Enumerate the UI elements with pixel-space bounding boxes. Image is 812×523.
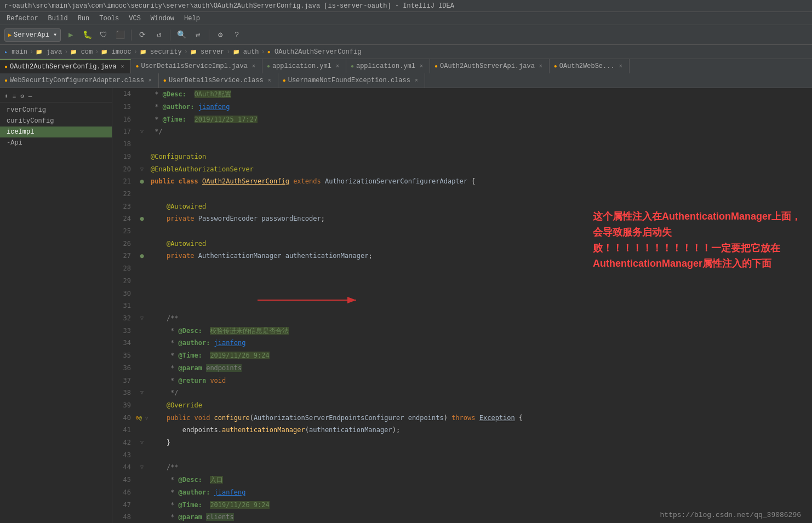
sidebar-nav-close[interactable]: — <box>28 93 32 100</box>
sidebar-nav-gear[interactable]: ⚙ <box>20 93 24 100</box>
replace-button[interactable]: ⇄ <box>191 28 204 42</box>
annotation-text: 这个属性注入在AuthenticationManager上面， 会导致服务启动失… <box>593 209 801 272</box>
gutter-special-40[interactable]: ⊙@ ▽ <box>135 411 148 424</box>
code-line-17: 17 ▽ */ <box>112 125 812 138</box>
sidebar-item-api[interactable]: -Api <box>0 137 112 148</box>
update-button[interactable]: ⟳ <box>136 28 149 42</box>
tab-userdetailsservice[interactable]: ● UserDetailsService.class × <box>159 73 278 88</box>
code-line-41: 41 endpoints.authenticationManager(authe… <box>112 424 812 436</box>
code-line-20: 20 ▽ @EnableAuthorizationServer <box>112 163 812 175</box>
run-config-dropdown[interactable]: ▶ ServerApi ▾ <box>4 28 61 42</box>
toolbar-separator-1 <box>131 30 131 41</box>
stop-button[interactable]: ⬛ <box>113 28 127 42</box>
fold-btn-42[interactable]: ▽ <box>135 436 148 449</box>
tab-oauth2websec[interactable]: ● OAuth2WebSe... × <box>550 59 630 73</box>
bc-security[interactable]: 📁 security <box>140 48 182 56</box>
tabs-row: ● OAuth2AuthServerConfig.java × ● UserDe… <box>0 59 812 88</box>
tab-websecurityconfigureadapter[interactable]: ● WebSecurityConfigurerAdapter.class × <box>0 73 159 88</box>
tab-oauth2authserverapi[interactable]: ● OAuth2AuthServerApi.java × <box>430 59 550 73</box>
code-line-42: 42 ▽ } <box>112 436 812 449</box>
menu-help[interactable]: Help <box>180 14 204 24</box>
code-line-47: 47 * @Time: 2019/11/26 9:24 <box>112 498 812 511</box>
menu-build[interactable]: Build <box>44 14 72 24</box>
sidebar-nav-settings[interactable]: ≡ <box>13 93 16 100</box>
fold-btn-32[interactable]: ▽ <box>135 312 148 325</box>
code-line-31: 31 <box>112 300 812 312</box>
fold-btn-17[interactable]: ▽ <box>135 125 148 138</box>
code-line-32: 32 ▽ /** <box>112 312 812 325</box>
code-line-21: 21 ● public class OAuth2AuthServerConfig… <box>112 175 812 188</box>
sidebar-nav-up[interactable]: ⬆ <box>4 93 8 100</box>
run-button[interactable]: ▶ <box>64 28 77 42</box>
find-button[interactable]: 🔍 <box>175 28 188 42</box>
tab-close-app1[interactable]: × <box>334 62 341 70</box>
title-text: r-oauth\src\main\java\com\imooc\security… <box>4 2 454 10</box>
bc-java[interactable]: 📁 java <box>36 48 62 56</box>
watermark: https://blog.csdn.net/qq_39086296 <box>660 511 801 519</box>
debug-button[interactable]: 🐛 <box>81 28 94 42</box>
code-line-37: 37 * @return void <box>112 374 812 387</box>
sidebar-item-curityconfig[interactable]: curityConfig <box>0 116 112 127</box>
code-line-22: 22 <box>112 188 812 200</box>
code-line-35: 35 * @Time: 2019/11/26 9:24 <box>112 349 812 362</box>
sidebar: ⬆ ≡ ⚙ — rverConfig curityConfig iceImpl … <box>0 88 112 523</box>
run-config-label: ServerApi ▾ <box>14 31 57 39</box>
sidebar-item-iceimpl[interactable]: iceImpl <box>0 127 112 137</box>
editor[interactable]: 14 * @Desc: OAuth2配置 15 * @author: jianf… <box>112 88 812 523</box>
code-line-46: 46 * @author: jianfeng <box>112 486 812 499</box>
tab-usernamenotfoundexception[interactable]: ● UsernameNotFoundException.class × <box>278 73 425 88</box>
tab-application-yml-2[interactable]: ● application.yml × <box>346 59 430 73</box>
tab-close-websecurity[interactable]: × <box>146 77 154 84</box>
help-button[interactable]: ? <box>230 28 243 42</box>
menu-window[interactable]: Window <box>146 14 179 24</box>
menu-tools[interactable]: Tools <box>95 14 123 24</box>
bc-main[interactable]: ▸ main <box>4 48 27 56</box>
breadcrumb: ▸ main › 📁 java › 📁 com › 📁 imooc › 📁 se… <box>0 45 812 59</box>
annotation-line1: 这个属性注入在AuthenticationManager上面， <box>593 209 801 225</box>
gutter-icon-24[interactable]: ● <box>135 212 148 225</box>
annotation-line2: 会导致服务启动失 <box>593 225 801 240</box>
tab-close-app2[interactable]: × <box>418 62 425 70</box>
title-bar: r-oauth\src\main\java\com\imooc\security… <box>0 0 812 12</box>
tab-userdetailsserviceimpl[interactable]: ● UserDetailsServiceImpl.java × <box>131 59 262 73</box>
tab-close-api[interactable]: × <box>537 62 545 70</box>
run-coverage[interactable]: 🛡 <box>97 28 110 42</box>
menu-vcs[interactable]: VCS <box>124 14 145 24</box>
tabs-bottom: ● WebSecurityConfigurerAdapter.class × ●… <box>0 73 812 88</box>
tab-oauth2authserverconfig[interactable]: ● OAuth2AuthServerConfig.java × <box>0 59 131 73</box>
code-line-15: 15 * @author: jianfeng <box>112 101 812 113</box>
gutter-icon-21[interactable]: ● <box>135 175 148 188</box>
rerun-button[interactable]: ↺ <box>152 28 165 42</box>
code-line-44: 44 ▽ /** <box>112 461 812 474</box>
code-line-29: 29 <box>112 275 812 288</box>
bc-auth[interactable]: 📁 auth <box>233 48 259 56</box>
menu-bar: Refactor Build Run Tools VCS Window Help <box>0 12 812 25</box>
settings-button[interactable]: ⚙ <box>214 28 227 42</box>
code-line-36: 36 * @param endpoints <box>112 361 812 374</box>
menu-refactor[interactable]: Refactor <box>2 14 43 24</box>
code-line-16: 16 * @Time: 2019/11/25 17:27 <box>112 113 812 125</box>
toolbar-separator-3 <box>209 30 209 41</box>
bc-class[interactable]: ● OAuth2AuthServerConfig <box>267 48 362 56</box>
menu-run[interactable]: Run <box>73 14 94 24</box>
annotation-line3: 败！！！！！！！！！！！一定要把它放在 <box>593 240 801 256</box>
fold-btn-44[interactable]: ▽ <box>135 461 148 474</box>
gutter-icon-27[interactable]: ● <box>135 250 148 262</box>
bc-server[interactable]: 📁 server <box>190 48 224 56</box>
sidebar-item-rverconfig[interactable]: rverConfig <box>0 105 112 116</box>
code-line-38: 38 ▽ */ <box>112 387 812 399</box>
code-line-33: 33 * @Desc: 校验传进来的信息是否合法 <box>112 324 812 337</box>
tab-close-websec[interactable]: × <box>617 62 625 70</box>
bc-com[interactable]: 📁 com <box>70 48 93 56</box>
bc-imooc[interactable]: 📁 imooc <box>101 48 131 56</box>
code-line-39: 39 @Override <box>112 399 812 412</box>
tab-close-oauth2auth[interactable]: × <box>118 63 126 71</box>
tab-application-yml-1[interactable]: ● application.yml × <box>262 59 346 73</box>
code-line-45: 45 * @Desc: 入口 <box>112 474 812 486</box>
fold-btn-38[interactable]: ▽ <box>135 387 148 399</box>
fold-btn-20[interactable]: ▽ <box>135 163 148 175</box>
code-line-19: 19 @Configuration <box>112 151 812 163</box>
tab-close-unfe[interactable]: × <box>413 77 420 84</box>
tab-close-uds[interactable]: × <box>266 77 273 84</box>
tab-close-userdetails[interactable]: × <box>250 62 258 70</box>
